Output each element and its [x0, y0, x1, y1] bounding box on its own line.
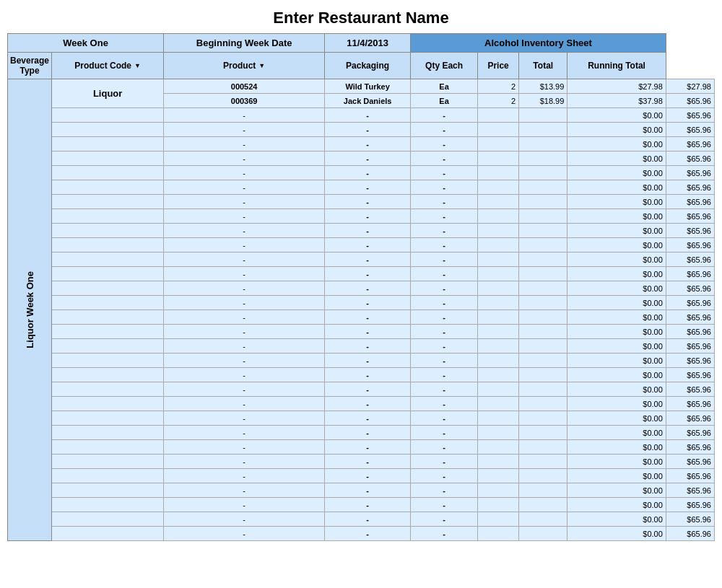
- price-cell[interactable]: [519, 325, 567, 339]
- packaging-cell[interactable]: Ea: [411, 94, 478, 108]
- product-code-cell[interactable]: -: [164, 440, 325, 455]
- product-cell[interactable]: -: [325, 368, 411, 382]
- product-code-cell[interactable]: -: [164, 253, 325, 267]
- product-cell[interactable]: -: [325, 455, 411, 469]
- product-cell[interactable]: Jack Daniels: [325, 94, 411, 108]
- price-cell[interactable]: [519, 498, 567, 512]
- product-cell[interactable]: -: [325, 137, 411, 152]
- packaging-cell[interactable]: -: [411, 455, 478, 469]
- price-cell[interactable]: [519, 382, 567, 397]
- qty-cell[interactable]: [478, 339, 519, 354]
- product-cell[interactable]: -: [325, 152, 411, 166]
- packaging-cell[interactable]: -: [411, 137, 478, 152]
- product-cell[interactable]: -: [325, 411, 411, 426]
- product-cell[interactable]: Wild Turkey: [325, 79, 411, 94]
- product-code-cell[interactable]: -: [164, 469, 325, 483]
- packaging-cell[interactable]: -: [411, 123, 478, 137]
- product-cell[interactable]: -: [325, 296, 411, 310]
- product-cell[interactable]: -: [325, 224, 411, 238]
- qty-cell[interactable]: [478, 512, 519, 527]
- product-cell[interactable]: -: [325, 123, 411, 137]
- price-cell[interactable]: [519, 455, 567, 469]
- product-code-cell[interactable]: -: [164, 325, 325, 339]
- price-cell[interactable]: [519, 180, 567, 195]
- price-cell[interactable]: [519, 440, 567, 455]
- product-code-dropdown-icon[interactable]: ▼: [134, 62, 141, 69]
- qty-cell[interactable]: [478, 296, 519, 310]
- product-cell[interactable]: -: [325, 253, 411, 267]
- qty-cell[interactable]: [478, 180, 519, 195]
- product-code-cell[interactable]: -: [164, 512, 325, 527]
- qty-cell[interactable]: [478, 224, 519, 238]
- product-code-cell[interactable]: -: [164, 397, 325, 411]
- product-cell[interactable]: -: [325, 440, 411, 455]
- product-code-cell[interactable]: -: [164, 296, 325, 310]
- product-cell[interactable]: -: [325, 281, 411, 296]
- price-cell[interactable]: [519, 152, 567, 166]
- product-cell[interactable]: -: [325, 180, 411, 195]
- packaging-cell[interactable]: -: [411, 411, 478, 426]
- price-cell[interactable]: [519, 253, 567, 267]
- price-cell[interactable]: [519, 339, 567, 354]
- product-code-cell[interactable]: -: [164, 368, 325, 382]
- qty-cell[interactable]: [478, 310, 519, 325]
- product-cell[interactable]: -: [325, 527, 411, 541]
- packaging-cell[interactable]: -: [411, 339, 478, 354]
- qty-cell[interactable]: [478, 354, 519, 368]
- product-cell[interactable]: -: [325, 469, 411, 483]
- price-cell[interactable]: [519, 238, 567, 253]
- packaging-cell[interactable]: -: [411, 512, 478, 527]
- price-cell[interactable]: [519, 397, 567, 411]
- product-code-cell[interactable]: -: [164, 455, 325, 469]
- packaging-cell[interactable]: -: [411, 440, 478, 455]
- product-cell[interactable]: -: [325, 166, 411, 180]
- price-cell[interactable]: [519, 310, 567, 325]
- qty-cell[interactable]: 2: [478, 94, 519, 108]
- packaging-cell[interactable]: -: [411, 397, 478, 411]
- qty-cell[interactable]: [478, 469, 519, 483]
- product-code-cell[interactable]: -: [164, 281, 325, 296]
- product-cell[interactable]: -: [325, 498, 411, 512]
- price-cell[interactable]: [519, 411, 567, 426]
- qty-cell[interactable]: [478, 267, 519, 281]
- qty-cell[interactable]: [478, 108, 519, 123]
- product-cell[interactable]: -: [325, 310, 411, 325]
- price-cell[interactable]: [519, 354, 567, 368]
- product-cell[interactable]: -: [325, 397, 411, 411]
- product-cell[interactable]: -: [325, 209, 411, 224]
- qty-cell[interactable]: [478, 123, 519, 137]
- product-code-cell[interactable]: -: [164, 339, 325, 354]
- packaging-cell[interactable]: -: [411, 527, 478, 541]
- price-cell[interactable]: [519, 512, 567, 527]
- product-code-cell[interactable]: -: [164, 108, 325, 123]
- price-cell[interactable]: [519, 296, 567, 310]
- product-cell[interactable]: -: [325, 483, 411, 498]
- packaging-cell[interactable]: -: [411, 209, 478, 224]
- qty-cell[interactable]: [478, 166, 519, 180]
- packaging-cell[interactable]: -: [411, 267, 478, 281]
- product-code-cell[interactable]: -: [164, 527, 325, 541]
- product-code-cell[interactable]: -: [164, 209, 325, 224]
- price-cell[interactable]: [519, 137, 567, 152]
- qty-cell[interactable]: [478, 382, 519, 397]
- product-code-cell[interactable]: -: [164, 137, 325, 152]
- qty-cell[interactable]: [478, 527, 519, 541]
- qty-cell[interactable]: [478, 483, 519, 498]
- product-code-cell[interactable]: -: [164, 354, 325, 368]
- product-code-cell[interactable]: -: [164, 411, 325, 426]
- product-cell[interactable]: -: [325, 512, 411, 527]
- product-dropdown-icon[interactable]: ▼: [258, 62, 265, 69]
- packaging-cell[interactable]: -: [411, 296, 478, 310]
- price-cell[interactable]: [519, 483, 567, 498]
- qty-cell[interactable]: [478, 368, 519, 382]
- qty-cell[interactable]: [478, 411, 519, 426]
- product-cell[interactable]: -: [325, 354, 411, 368]
- product-code-cell[interactable]: -: [164, 382, 325, 397]
- product-cell[interactable]: -: [325, 195, 411, 209]
- product-code-cell[interactable]: 000524: [164, 79, 325, 94]
- price-cell[interactable]: [519, 527, 567, 541]
- qty-cell[interactable]: [478, 152, 519, 166]
- price-cell[interactable]: $13.99: [519, 79, 567, 94]
- packaging-cell[interactable]: -: [411, 368, 478, 382]
- product-code-cell[interactable]: -: [164, 498, 325, 512]
